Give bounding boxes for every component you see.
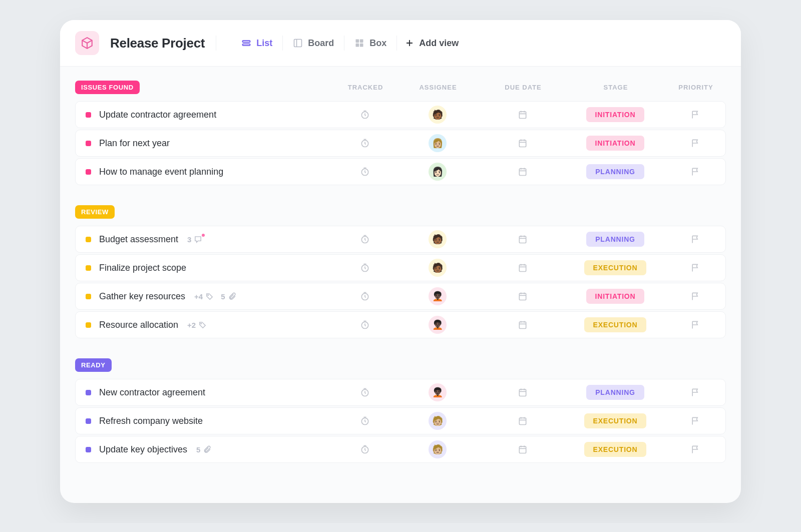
svg-rect-24 bbox=[519, 389, 526, 396]
task-row[interactable]: Refresh company website 🧑🏼 EXECUTION bbox=[75, 407, 726, 434]
tracked-cell[interactable] bbox=[335, 387, 395, 397]
assignee-cell[interactable]: 👩🏼 bbox=[395, 134, 480, 152]
attachments-count[interactable]: 5 bbox=[196, 445, 211, 454]
tracked-cell[interactable] bbox=[335, 263, 395, 273]
section-issues: ISSUES FOUNDTRACKED ASSIGNEE DUE DATE ST… bbox=[75, 81, 726, 185]
due-date-cell[interactable] bbox=[480, 138, 565, 148]
priority-cell[interactable] bbox=[665, 263, 725, 273]
task-name: Refresh company website bbox=[99, 416, 203, 426]
task-row[interactable]: Gather key resources +4 5 🧑🏿‍🦱 INITIATIO… bbox=[75, 283, 726, 310]
avatar: 🧑🏿‍🦱 bbox=[429, 316, 447, 334]
view-tab-board[interactable]: Board bbox=[283, 34, 344, 53]
status-dot bbox=[86, 418, 91, 424]
task-row[interactable]: New contractor agreement 🧑🏿‍🦱 PLANNING bbox=[75, 379, 726, 406]
stage-cell[interactable]: EXECUTION bbox=[565, 317, 665, 332]
stage-cell[interactable]: INITIATION bbox=[565, 289, 665, 304]
col-tracked: TRACKED bbox=[335, 84, 395, 91]
tracked-cell[interactable] bbox=[335, 416, 395, 426]
status-dot bbox=[86, 169, 91, 175]
svg-rect-26 bbox=[519, 418, 526, 424]
due-date-cell[interactable] bbox=[480, 416, 565, 426]
task-row[interactable]: Resource allocation +2 🧑🏿‍🦱 EXECUTION bbox=[75, 311, 726, 338]
col-assignee: ASSIGNEE bbox=[395, 84, 481, 91]
task-row[interactable]: Plan for next year 👩🏼 INITIATION bbox=[75, 130, 726, 157]
svg-rect-12 bbox=[519, 169, 526, 175]
avatar: 👩🏻 bbox=[429, 163, 447, 181]
priority-cell[interactable] bbox=[665, 110, 725, 120]
status-dot bbox=[86, 390, 91, 395]
due-date-cell[interactable] bbox=[480, 167, 565, 177]
tracked-cell[interactable] bbox=[335, 291, 395, 301]
due-date-cell[interactable] bbox=[480, 263, 565, 273]
tracked-cell[interactable] bbox=[335, 138, 395, 148]
assignee-cell[interactable]: 🧑🏾 bbox=[395, 106, 480, 124]
tracked-cell[interactable] bbox=[335, 110, 395, 120]
assignee-cell[interactable]: 🧑🏿‍🦱 bbox=[395, 287, 480, 305]
priority-cell[interactable] bbox=[665, 320, 725, 330]
comments-count[interactable]: 3 bbox=[187, 235, 208, 244]
assignee-cell[interactable]: 🧑🏼 bbox=[395, 412, 480, 430]
stage-cell[interactable]: INITIATION bbox=[565, 107, 665, 122]
view-tab-box[interactable]: Box bbox=[344, 34, 396, 53]
tracked-cell[interactable] bbox=[335, 167, 395, 177]
due-date-cell[interactable] bbox=[480, 234, 565, 244]
status-dot bbox=[86, 265, 91, 271]
assignee-cell[interactable]: 🧑🏿‍🦱 bbox=[395, 316, 480, 334]
stage-cell[interactable]: PLANNING bbox=[565, 164, 665, 179]
due-date-cell[interactable] bbox=[480, 320, 565, 330]
priority-cell[interactable] bbox=[665, 387, 725, 397]
tracked-cell[interactable] bbox=[335, 234, 395, 244]
priority-cell[interactable] bbox=[665, 138, 725, 148]
task-row[interactable]: Finalize project scope 🧑🏾 EXECUTION bbox=[75, 254, 726, 281]
svg-rect-19 bbox=[519, 293, 526, 300]
section-header: ISSUES FOUNDTRACKED ASSIGNEE DUE DATE ST… bbox=[75, 81, 726, 94]
tags-count[interactable]: +4 bbox=[194, 292, 214, 301]
priority-cell[interactable] bbox=[665, 444, 725, 454]
stage-badge: PLANNING bbox=[586, 232, 644, 247]
task-name: Gather key resources bbox=[99, 291, 185, 302]
col-stage: STAGE bbox=[566, 84, 666, 91]
stage-badge: EXECUTION bbox=[584, 413, 647, 428]
status-dot bbox=[86, 237, 91, 242]
stage-cell[interactable]: EXECUTION bbox=[565, 442, 665, 457]
due-date-cell[interactable] bbox=[480, 291, 565, 301]
stage-cell[interactable]: PLANNING bbox=[565, 232, 665, 247]
svg-rect-3 bbox=[356, 40, 359, 43]
task-row[interactable]: Update contractor agreement 🧑🏾 INITIATIO… bbox=[75, 101, 726, 128]
section-header: READY bbox=[75, 358, 726, 372]
status-chip[interactable]: READY bbox=[75, 358, 112, 372]
task-name: Budget assessment bbox=[99, 234, 178, 245]
status-chip[interactable]: REVIEW bbox=[75, 205, 115, 219]
assignee-cell[interactable]: 🧑🏾 bbox=[395, 259, 480, 277]
status-dot bbox=[86, 322, 91, 328]
stage-cell[interactable]: EXECUTION bbox=[565, 413, 665, 428]
add-view-button[interactable]: Add view bbox=[397, 34, 467, 53]
col-due: DUE DATE bbox=[481, 84, 566, 91]
task-title-cell: Budget assessment 3 bbox=[76, 234, 335, 245]
tags-count[interactable]: +2 bbox=[187, 321, 207, 329]
assignee-cell[interactable]: 👩🏻 bbox=[395, 163, 480, 181]
due-date-cell[interactable] bbox=[480, 110, 565, 120]
view-tab-list[interactable]: List bbox=[231, 34, 282, 53]
task-row[interactable]: Budget assessment 3 🧑🏾 PLANNING bbox=[75, 226, 726, 253]
task-row[interactable]: How to manage event planning 👩🏻 PLANNING bbox=[75, 158, 726, 185]
svg-rect-14 bbox=[519, 236, 526, 243]
tracked-cell[interactable] bbox=[335, 444, 395, 454]
attachments-count[interactable]: 5 bbox=[221, 292, 236, 301]
task-row[interactable]: Update key objectives 5 🧑🏼 EXECUTION bbox=[75, 436, 726, 463]
priority-cell[interactable] bbox=[665, 167, 725, 177]
priority-cell[interactable] bbox=[665, 416, 725, 426]
priority-cell[interactable] bbox=[665, 234, 725, 244]
due-date-cell[interactable] bbox=[480, 444, 565, 454]
stage-cell[interactable]: EXECUTION bbox=[565, 260, 665, 275]
tracked-cell[interactable] bbox=[335, 320, 395, 330]
stage-cell[interactable]: PLANNING bbox=[565, 385, 665, 400]
stage-cell[interactable]: INITIATION bbox=[565, 136, 665, 151]
due-date-cell[interactable] bbox=[480, 387, 565, 397]
priority-cell[interactable] bbox=[665, 291, 725, 301]
assignee-cell[interactable]: 🧑🏿‍🦱 bbox=[395, 383, 480, 401]
assignee-cell[interactable]: 🧑🏼 bbox=[395, 440, 480, 458]
status-chip[interactable]: ISSUES FOUND bbox=[75, 81, 140, 94]
assignee-cell[interactable]: 🧑🏾 bbox=[395, 230, 480, 248]
svg-rect-4 bbox=[360, 40, 363, 43]
